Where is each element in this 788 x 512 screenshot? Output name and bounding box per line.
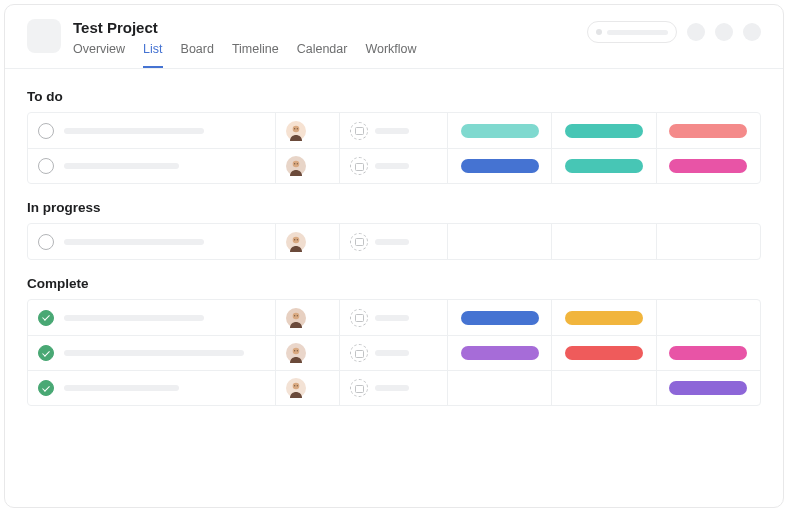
task-row[interactable] — [28, 148, 760, 183]
complete-check-icon[interactable] — [38, 380, 54, 396]
task-row[interactable] — [28, 335, 760, 370]
assignee-cell[interactable] — [275, 300, 339, 335]
complete-check-icon[interactable] — [38, 310, 54, 326]
complete-check-icon[interactable] — [38, 123, 54, 139]
tag-cell[interactable] — [551, 336, 655, 370]
tab-list[interactable]: List — [143, 42, 162, 68]
svg-point-5 — [297, 163, 298, 164]
search-placeholder — [607, 30, 668, 35]
tag-cell[interactable] — [656, 300, 760, 335]
tag-pill[interactable] — [565, 159, 643, 173]
tag-pill[interactable] — [669, 346, 747, 360]
due-date-cell[interactable] — [339, 371, 447, 405]
task-row[interactable] — [28, 300, 760, 335]
tag-pill[interactable] — [461, 124, 539, 138]
task-name-placeholder[interactable] — [64, 128, 204, 134]
assignee-cell[interactable] — [275, 113, 339, 148]
calendar-icon — [350, 122, 368, 140]
tag-cell[interactable] — [551, 371, 655, 405]
tag-cell[interactable] — [551, 113, 655, 148]
tag-cell[interactable] — [551, 300, 655, 335]
assignee-avatar[interactable] — [286, 378, 306, 398]
section-title[interactable]: In progress — [27, 200, 761, 215]
tag-pill[interactable] — [565, 311, 643, 325]
tag-pill[interactable] — [669, 124, 747, 138]
section-title[interactable]: Complete — [27, 276, 761, 291]
tag-cell[interactable] — [656, 113, 760, 148]
tab-timeline[interactable]: Timeline — [232, 42, 279, 68]
task-name-placeholder[interactable] — [64, 315, 204, 321]
tag-pill[interactable] — [565, 124, 643, 138]
tag-cell[interactable] — [447, 336, 551, 370]
assignee-cell[interactable] — [275, 371, 339, 405]
due-date-placeholder — [375, 239, 409, 245]
tag-cell[interactable] — [447, 224, 551, 259]
tag-pill[interactable] — [461, 159, 539, 173]
svg-point-10 — [294, 315, 295, 316]
tag-pill[interactable] — [461, 346, 539, 360]
header-action-2[interactable] — [715, 23, 733, 41]
task-cell[interactable] — [28, 149, 275, 183]
tag-cell[interactable] — [447, 113, 551, 148]
svg-point-15 — [293, 383, 300, 390]
assignee-avatar[interactable] — [286, 308, 306, 328]
assignee-avatar[interactable] — [286, 232, 306, 252]
tag-cell[interactable] — [447, 149, 551, 183]
complete-check-icon[interactable] — [38, 345, 54, 361]
due-date-placeholder — [375, 385, 409, 391]
section-title[interactable]: To do — [27, 89, 761, 104]
tab-overview[interactable]: Overview — [73, 42, 125, 68]
task-name-placeholder[interactable] — [64, 163, 179, 169]
task-cell[interactable] — [28, 224, 275, 259]
tab-calendar[interactable]: Calendar — [297, 42, 348, 68]
tag-pill[interactable] — [565, 346, 643, 360]
tab-workflow[interactable]: Workflow — [365, 42, 416, 68]
task-cell[interactable] — [28, 336, 275, 370]
tag-cell[interactable] — [551, 224, 655, 259]
tag-cell[interactable] — [656, 336, 760, 370]
assignee-cell[interactable] — [275, 149, 339, 183]
task-cell[interactable] — [28, 371, 275, 405]
task-name-placeholder[interactable] — [64, 385, 179, 391]
due-date-cell[interactable] — [339, 300, 447, 335]
complete-check-icon[interactable] — [38, 158, 54, 174]
tag-cell[interactable] — [656, 371, 760, 405]
tag-cell[interactable] — [447, 371, 551, 405]
complete-check-icon[interactable] — [38, 234, 54, 250]
due-date-placeholder — [375, 163, 409, 169]
tag-cell[interactable] — [447, 300, 551, 335]
header-action-1[interactable] — [687, 23, 705, 41]
tag-pill[interactable] — [669, 159, 747, 173]
task-rows — [27, 299, 761, 406]
task-row[interactable] — [28, 370, 760, 405]
task-cell[interactable] — [28, 300, 275, 335]
due-date-cell[interactable] — [339, 336, 447, 370]
assignee-cell[interactable] — [275, 224, 339, 259]
task-cell[interactable] — [28, 113, 275, 148]
tag-cell[interactable] — [656, 149, 760, 183]
project-icon[interactable] — [27, 19, 61, 53]
due-date-cell[interactable] — [339, 149, 447, 183]
tab-board[interactable]: Board — [181, 42, 214, 68]
task-row[interactable] — [28, 113, 760, 148]
calendar-icon — [350, 233, 368, 251]
due-date-cell[interactable] — [339, 113, 447, 148]
tag-cell[interactable] — [551, 149, 655, 183]
task-name-placeholder[interactable] — [64, 350, 244, 356]
tag-pill[interactable] — [669, 381, 747, 395]
assignee-avatar[interactable] — [286, 121, 306, 141]
assignee-cell[interactable] — [275, 336, 339, 370]
tag-pill[interactable] — [461, 311, 539, 325]
svg-point-12 — [293, 348, 300, 355]
search-input[interactable] — [587, 21, 677, 43]
assignee-avatar[interactable] — [286, 156, 306, 176]
task-name-placeholder[interactable] — [64, 239, 204, 245]
tabs: OverviewListBoardTimelineCalendarWorkflo… — [73, 42, 587, 68]
due-date-cell[interactable] — [339, 224, 447, 259]
task-row[interactable] — [28, 224, 760, 259]
svg-point-4 — [294, 163, 295, 164]
header-action-3[interactable] — [743, 23, 761, 41]
tag-cell[interactable] — [656, 224, 760, 259]
svg-point-11 — [297, 315, 298, 316]
assignee-avatar[interactable] — [286, 343, 306, 363]
